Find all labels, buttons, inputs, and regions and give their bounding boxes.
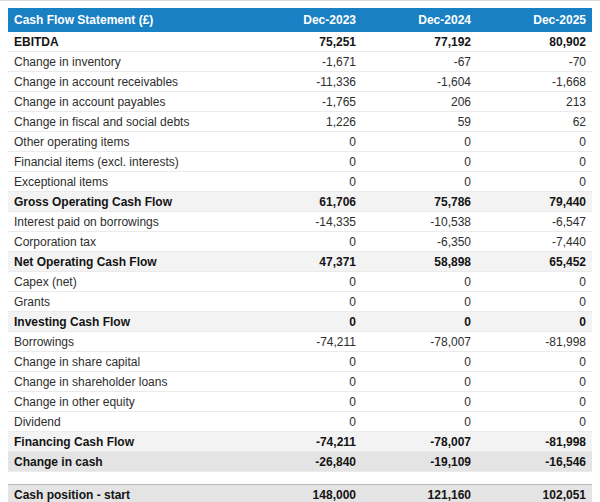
row-value: 0 xyxy=(362,372,477,392)
row-label: Corporation tax xyxy=(8,232,247,252)
header-row: Cash Flow Statement (£) Dec-2023 Dec-202… xyxy=(8,8,592,32)
row-value: -11,336 xyxy=(247,72,362,92)
table-row: Dividend000 xyxy=(8,412,592,432)
row-value: 62 xyxy=(477,112,592,132)
row-value: 0 xyxy=(247,352,362,372)
table-row: Change in share capital000 xyxy=(8,352,592,372)
row-value: 0 xyxy=(477,172,592,192)
row-value: -67 xyxy=(362,52,477,72)
row-value: 0 xyxy=(362,272,477,292)
row-value: -10,538 xyxy=(362,212,477,232)
table-row: Change in cash-26,840-19,109-16,546 xyxy=(8,452,592,472)
row-value: 0 xyxy=(247,312,362,332)
section-gap-cell xyxy=(8,472,592,485)
row-label: Change in other equity xyxy=(8,392,247,412)
table-row: Change in inventory-1,671-67-70 xyxy=(8,52,592,72)
row-value: -1,765 xyxy=(247,92,362,112)
row-value: 0 xyxy=(477,352,592,372)
table-row: Change in fiscal and social debts1,22659… xyxy=(8,112,592,132)
row-value: 148,000 xyxy=(247,485,362,502)
table-row: Exceptional items000 xyxy=(8,172,592,192)
row-value: -78,007 xyxy=(362,432,477,452)
row-value: -74,211 xyxy=(247,432,362,452)
table-row: Net Operating Cash Flow47,37158,89865,45… xyxy=(8,252,592,272)
table-row: Change in shareholder loans000 xyxy=(8,372,592,392)
row-value: 0 xyxy=(362,292,477,312)
table-row: Corporation tax0-6,350-7,440 xyxy=(8,232,592,252)
row-value: -70 xyxy=(477,52,592,72)
row-value: 1,226 xyxy=(247,112,362,132)
row-value: 0 xyxy=(477,132,592,152)
row-label: Change in account receivables xyxy=(8,72,247,92)
row-label: Other operating items xyxy=(8,132,247,152)
row-value: 206 xyxy=(362,92,477,112)
row-label: Interest paid on borrowings xyxy=(8,212,247,232)
row-value: -6,547 xyxy=(477,212,592,232)
row-value: 0 xyxy=(362,152,477,172)
row-value: 0 xyxy=(477,412,592,432)
table-row: Investing Cash Flow000 xyxy=(8,312,592,332)
table-title: Cash Flow Statement (£) xyxy=(8,8,247,32)
row-value: 0 xyxy=(477,312,592,332)
row-label: Change in inventory xyxy=(8,52,247,72)
row-label: Gross Operating Cash Flow xyxy=(8,192,247,212)
row-label: Grants xyxy=(8,292,247,312)
row-value: 213 xyxy=(477,92,592,112)
row-value: 0 xyxy=(477,272,592,292)
row-value: -74,211 xyxy=(247,332,362,352)
row-value: 0 xyxy=(362,132,477,152)
row-value: -1,668 xyxy=(477,72,592,92)
row-label: Change in shareholder loans xyxy=(8,372,247,392)
row-value: 0 xyxy=(362,392,477,412)
row-value: -6,350 xyxy=(362,232,477,252)
row-value: 47,371 xyxy=(247,252,362,272)
row-value: -16,546 xyxy=(477,452,592,472)
row-value: -81,998 xyxy=(477,332,592,352)
column-header-dec-2023: Dec-2023 xyxy=(247,8,362,32)
row-value: 0 xyxy=(247,272,362,292)
row-label: Financial items (excl. interests) xyxy=(8,152,247,172)
table-row: Capex (net)000 xyxy=(8,272,592,292)
row-value: 0 xyxy=(477,392,592,412)
table-row: Change in other equity000 xyxy=(8,392,592,412)
section-gap xyxy=(8,472,592,485)
row-value: -14,335 xyxy=(247,212,362,232)
row-label: Net Operating Cash Flow xyxy=(8,252,247,272)
row-value: 0 xyxy=(362,412,477,432)
row-value: 0 xyxy=(477,292,592,312)
row-value: -7,440 xyxy=(477,232,592,252)
row-label: Change in share capital xyxy=(8,352,247,372)
row-value: 75,786 xyxy=(362,192,477,212)
row-value: 65,452 xyxy=(477,252,592,272)
table-row: Interest paid on borrowings-14,335-10,53… xyxy=(8,212,592,232)
row-label: Investing Cash Flow xyxy=(8,312,247,332)
row-label: EBITDA xyxy=(8,32,247,52)
row-value: -1,671 xyxy=(247,52,362,72)
table-row: Other operating items000 xyxy=(8,132,592,152)
row-label: Cash position - start xyxy=(8,485,247,502)
row-label: Change in account payables xyxy=(8,92,247,112)
row-value: 0 xyxy=(362,352,477,372)
table-body: EBITDA75,25177,19280,902Change in invent… xyxy=(8,32,592,502)
table-row: Grants000 xyxy=(8,292,592,312)
row-value: 79,440 xyxy=(477,192,592,212)
row-value: -81,998 xyxy=(477,432,592,452)
row-value: 0 xyxy=(247,412,362,432)
row-label: Dividend xyxy=(8,412,247,432)
row-value: 0 xyxy=(362,172,477,192)
page-top-rule xyxy=(0,0,600,1)
column-header-dec-2024: Dec-2024 xyxy=(362,8,477,32)
row-value: 0 xyxy=(477,152,592,172)
row-value: 80,902 xyxy=(477,32,592,52)
row-value: 75,251 xyxy=(247,32,362,52)
cash-flow-statement-table: Cash Flow Statement (£) Dec-2023 Dec-202… xyxy=(8,8,592,502)
row-label: Capex (net) xyxy=(8,272,247,292)
table-row: Financial items (excl. interests)000 xyxy=(8,152,592,172)
row-value: 0 xyxy=(247,232,362,252)
column-header-dec-2025: Dec-2025 xyxy=(477,8,592,32)
row-value: 0 xyxy=(362,312,477,332)
row-value: -78,007 xyxy=(362,332,477,352)
row-value: 0 xyxy=(247,132,362,152)
table-row: Cash position - start148,000121,160102,0… xyxy=(8,485,592,502)
row-value: 0 xyxy=(247,392,362,412)
